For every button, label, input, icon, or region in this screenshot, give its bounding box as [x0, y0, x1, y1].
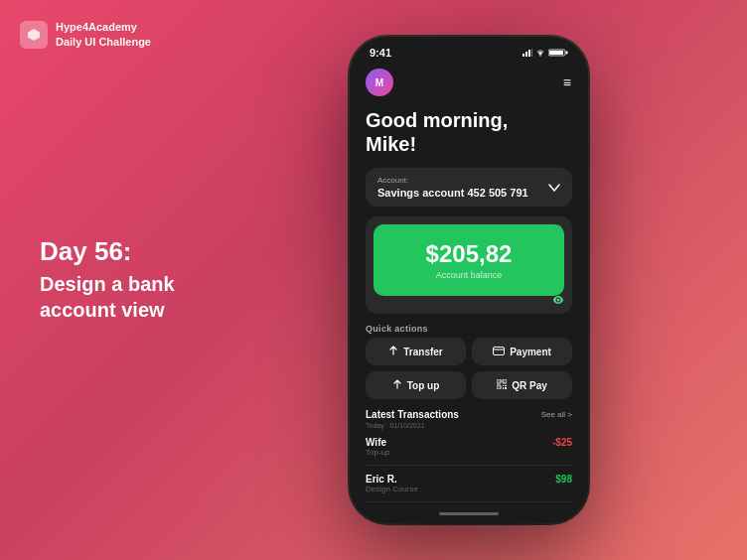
balance-label: Account balance: [385, 270, 552, 280]
quick-actions-section: Quick actions Transfer Payment: [366, 324, 572, 399]
status-time: 9:41: [370, 47, 391, 59]
app-header: M ≡: [350, 63, 588, 104]
signal-icon: [523, 49, 532, 57]
svg-rect-0: [523, 54, 524, 57]
avatar[interactable]: M: [366, 69, 393, 96]
svg-rect-14: [499, 381, 500, 382]
transactions-header: Latest Transactions See all >: [366, 409, 572, 420]
transactions-title: Latest Transactions: [366, 409, 459, 420]
status-icons: [523, 49, 568, 57]
svg-rect-1: [525, 52, 527, 57]
see-all-button[interactable]: See all >: [541, 410, 572, 419]
svg-rect-20: [505, 387, 507, 389]
transaction-item: Eric R. Design Course $98: [366, 474, 572, 502]
svg-rect-2: [528, 50, 530, 57]
transaction-name: Eric R.: [366, 474, 418, 485]
transaction-details: Wife Top-up: [366, 437, 389, 457]
transfer-icon: [388, 346, 398, 357]
transaction-sub: Top-up: [366, 448, 389, 457]
payment-icon: [493, 347, 505, 357]
svg-rect-15: [505, 381, 506, 382]
svg-rect-18: [505, 385, 507, 386]
svg-rect-17: [503, 385, 504, 386]
account-info: Account: Savings account 452 505 791: [377, 176, 528, 199]
menu-icon[interactable]: ≡: [563, 75, 572, 89]
brand-icon: [20, 21, 48, 49]
svg-rect-6: [549, 51, 563, 55]
svg-point-4: [539, 55, 540, 56]
battery-icon: [548, 49, 568, 57]
payment-button[interactable]: Payment: [472, 338, 572, 365]
transactions-section: Latest Transactions See all > Today · 01…: [366, 409, 572, 502]
transaction-name: Wife: [366, 437, 389, 448]
svg-rect-7: [566, 52, 568, 55]
wifi-icon: [535, 49, 545, 57]
notch: [434, 37, 504, 57]
topup-icon: [392, 379, 402, 391]
phone: 9:41: [350, 37, 588, 523]
transactions-date: Today · 01/10/2021: [366, 422, 572, 429]
balance-card: $205,82 Account balance: [366, 216, 572, 314]
svg-rect-16: [499, 387, 500, 388]
day-label: Day 56:: [40, 236, 175, 267]
account-label: Account:: [377, 176, 528, 185]
home-indicator: [350, 503, 588, 523]
eye-icon[interactable]: [552, 294, 564, 306]
left-content: Day 56: Design a bank account view: [40, 236, 175, 323]
transaction-sub: Design Course: [366, 485, 418, 493]
quick-actions-label: Quick actions: [366, 324, 572, 334]
transfer-button[interactable]: Transfer: [366, 338, 466, 365]
account-selector[interactable]: Account: Savings account 452 505 791: [366, 168, 572, 207]
balance-amount: $205,82: [385, 240, 552, 268]
svg-rect-19: [503, 387, 504, 389]
transaction-amount: $98: [555, 474, 572, 485]
transaction-amount: -$25: [552, 437, 572, 448]
svg-rect-3: [531, 49, 532, 57]
brand-logo: Hype4Academy Daily UI Challenge: [20, 20, 151, 51]
transaction-item: Wife Top-up -$25: [366, 437, 572, 466]
chevron-down-icon: [548, 181, 560, 195]
phone-wrapper: 9:41: [350, 37, 588, 523]
balance-display: $205,82 Account balance: [374, 224, 564, 296]
app-scroll: Account: Savings account 452 505 791 $20…: [350, 168, 588, 503]
brand-text: Hype4Academy Daily UI Challenge: [56, 20, 151, 51]
transaction-details: Eric R. Design Course: [366, 474, 418, 493]
svg-point-8: [557, 299, 560, 302]
qrpay-button[interactable]: QR Pay: [472, 371, 572, 399]
svg-rect-9: [494, 347, 505, 354]
account-name: Savings account 452 505 791: [377, 187, 528, 199]
day-description: Design a bank account view: [40, 272, 175, 324]
qr-icon: [497, 379, 507, 391]
greeting: Good morning,Mike!: [350, 104, 588, 168]
topup-button[interactable]: Top up: [366, 371, 466, 399]
greeting-text: Good morning,Mike!: [366, 108, 572, 156]
home-bar: [439, 512, 499, 515]
quick-actions-grid: Transfer Payment Top up: [366, 338, 572, 399]
